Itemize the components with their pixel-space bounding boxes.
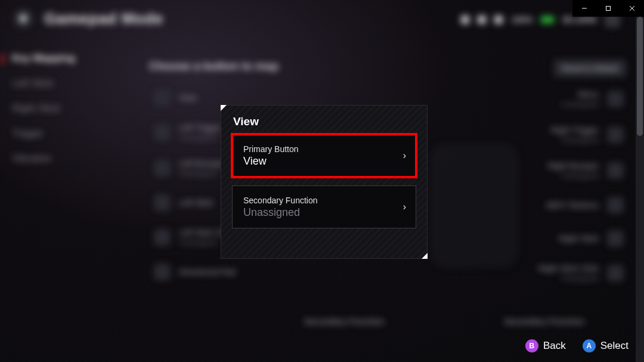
map-row-right-stick[interactable]: Right Stick: [538, 230, 624, 247]
sidebar-item-left-stick[interactable]: Left Stick: [12, 78, 75, 89]
header: Gamepad Mode: [13, 8, 163, 29]
menu-button-icon: [607, 91, 624, 107]
dpad-icon: [154, 264, 171, 280]
sidebar-item-key-mapping[interactable]: Key Mapping: [12, 52, 75, 64]
chevron-right-icon: ›: [403, 202, 406, 212]
map-row-dpad[interactable]: Directional Pad: [154, 264, 236, 280]
secondary-function-label: Secondary Function: [243, 196, 318, 205]
map-row-right-stick-click[interactable]: Right Stick ClickUnassigned: [538, 264, 624, 283]
map-row-right-trigger[interactable]: Right TriggerUnassigned: [538, 125, 624, 144]
maximize-button[interactable]: [596, 0, 620, 17]
button-mapping-modal: View Primary Button View › Secondary Fun…: [221, 105, 428, 259]
right-trigger-icon: [607, 126, 624, 143]
close-button[interactable]: [620, 0, 644, 17]
sidebar-item-vibration[interactable]: Vibration: [12, 153, 75, 165]
map-row-right-bumper[interactable]: Right BumperUnassigned: [538, 161, 624, 180]
minimize-button[interactable]: [572, 0, 596, 17]
map-row-abxy[interactable]: ABXY Buttons: [538, 197, 624, 214]
battery-percent: 100%: [511, 15, 532, 24]
controller-illustration: [429, 143, 519, 268]
right-button-column: MenuUnassigned Right TriggerUnassigned R…: [538, 89, 624, 283]
map-row-menu[interactable]: MenuUnassigned: [538, 89, 624, 109]
app-root: Gamepad Mode 100% 06:14PM Key Mapping Le…: [0, 0, 644, 362]
secondary-function-left[interactable]: Secondary Function: [304, 317, 385, 326]
page-title: Gamepad Mode: [44, 10, 163, 28]
abxy-icon: [607, 197, 624, 214]
modal-title: View: [221, 106, 427, 134]
secondary-function-value: Unassigned: [243, 206, 318, 219]
footer-prompts: B Back A Select: [525, 339, 628, 352]
secondary-function-option[interactable]: Secondary Function Unassigned ›: [232, 185, 416, 228]
bluetooth-icon: [494, 16, 503, 24]
window-titlebar: [572, 0, 644, 17]
a-button-icon: A: [583, 339, 596, 352]
secondary-function-right[interactable]: Secondary Function: [504, 317, 584, 326]
app-logo-icon: [13, 8, 33, 29]
sidebar: Key Mapping Left Stick Right Stick Trigg…: [12, 52, 75, 165]
sidebar-item-trigger[interactable]: Trigger: [12, 128, 75, 140]
scrollbar-thumb[interactable]: [637, 17, 643, 136]
battery-icon: [541, 16, 554, 23]
section-heading: Choose a button to map: [149, 60, 278, 73]
select-label: Select: [600, 340, 628, 352]
wifi-icon: [478, 16, 486, 24]
view-button-icon: [154, 89, 171, 106]
left-trigger-icon: [154, 124, 171, 141]
back-prompt[interactable]: B Back: [525, 339, 566, 352]
left-stick-icon: [154, 194, 171, 211]
map-row-view[interactable]: View: [154, 89, 236, 106]
primary-button-option[interactable]: Primary Button View ›: [232, 134, 416, 177]
left-stick-click-icon: [154, 229, 171, 246]
notification-icon: [461, 16, 469, 24]
primary-button-label: Primary Button: [243, 144, 299, 154]
chevron-right-icon: ›: [403, 150, 406, 161]
sidebar-item-right-stick[interactable]: Right Stick: [12, 103, 75, 115]
left-bumper-icon: [154, 160, 171, 177]
right-stick-click-icon: [607, 265, 624, 281]
back-label: Back: [543, 340, 566, 352]
select-prompt[interactable]: A Select: [583, 339, 628, 352]
b-button-icon: B: [525, 339, 538, 352]
reset-to-default-button[interactable]: Reset to Default: [554, 60, 626, 77]
right-stick-icon: [607, 230, 624, 247]
primary-button-value: View: [243, 155, 299, 168]
svg-rect-1: [606, 7, 611, 11]
right-bumper-icon: [607, 162, 624, 179]
vertical-scrollbar[interactable]: [636, 17, 644, 362]
